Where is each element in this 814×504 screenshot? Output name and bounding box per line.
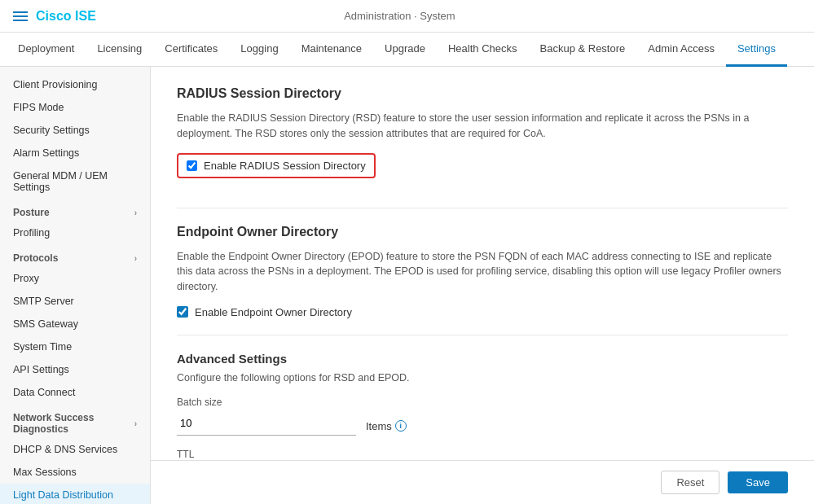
epod-section-desc: Enable the Endpoint Owner Directory (EPO…	[177, 249, 788, 295]
tab-admin-access[interactable]: Admin Access	[636, 33, 726, 67]
sidebar-item-data-connect[interactable]: Data Connect	[0, 381, 150, 404]
enable-radius-checkbox[interactable]	[187, 160, 197, 171]
sidebar: Client Provisioning FIPS Mode Security S…	[0, 67, 151, 504]
sidebar-group-protocols[interactable]: Protocols ›	[0, 244, 150, 267]
nav-tabs: Deployment Licensing Certificates Loggin…	[0, 33, 814, 67]
sidebar-item-max-sessions[interactable]: Max Sessions	[0, 461, 150, 484]
batch-size-group: Batch size Items i	[177, 397, 788, 436]
enable-epod-label: Enable Endpoint Owner Directory	[195, 306, 352, 318]
tab-settings[interactable]: Settings	[726, 33, 787, 67]
sidebar-item-smtp-server[interactable]: SMTP Server	[0, 290, 150, 313]
sidebar-item-mdm-uem[interactable]: General MDM / UEM Settings	[0, 164, 150, 199]
epod-section-title: Endpoint Owner Directory	[177, 225, 788, 239]
items-unit: Items i	[366, 420, 407, 436]
topbar-left: Cisco ISE	[13, 9, 96, 24]
radius-section-desc: Enable the RADIUS Session Directory (RSD…	[177, 111, 788, 142]
brand-cisco: Cisco	[36, 9, 72, 23]
items-info-icon[interactable]: i	[395, 420, 407, 432]
sidebar-group-network-success[interactable]: Network Success Diagnostics ›	[0, 404, 150, 438]
brand-logo: Cisco ISE	[36, 9, 96, 24]
network-success-chevron-icon: ›	[134, 419, 137, 428]
radius-checkbox-container: Enable RADIUS Session Directory	[177, 153, 376, 178]
sidebar-item-system-time[interactable]: System Time	[0, 335, 150, 358]
page-title: Administration · System	[344, 10, 455, 22]
save-button[interactable]: Save	[728, 471, 788, 493]
tab-certificates[interactable]: Certificates	[153, 33, 229, 67]
sidebar-item-security-settings[interactable]: Security Settings	[0, 119, 150, 142]
sidebar-item-alarm-settings[interactable]: Alarm Settings	[0, 142, 150, 164]
tab-deployment[interactable]: Deployment	[7, 33, 86, 67]
advanced-section-desc: Configure the following options for RSD …	[177, 372, 788, 383]
main-layout: Client Provisioning FIPS Mode Security S…	[0, 67, 814, 504]
sidebar-item-client-provisioning[interactable]: Client Provisioning	[0, 73, 150, 96]
tab-logging[interactable]: Logging	[229, 33, 289, 67]
sidebar-item-proxy[interactable]: Proxy	[0, 267, 150, 290]
hamburger-icon[interactable]	[13, 11, 28, 21]
posture-chevron-icon: ›	[134, 208, 137, 217]
sidebar-item-light-data[interactable]: Light Data Distribution	[0, 484, 150, 504]
tab-health-checks[interactable]: Health Checks	[437, 33, 529, 67]
divider-1	[177, 208, 788, 208]
items-label: Items	[366, 420, 392, 432]
sidebar-item-profiling[interactable]: Profiling	[0, 221, 150, 244]
topbar: Cisco ISE Administration · System	[0, 0, 814, 33]
sidebar-item-api-settings[interactable]: API Settings	[0, 358, 150, 381]
enable-epod-checkbox[interactable]	[177, 306, 188, 318]
epod-checkbox-row: Enable Endpoint Owner Directory	[177, 306, 788, 318]
protocols-chevron-icon: ›	[134, 254, 137, 263]
batch-size-row: Items i	[177, 411, 788, 436]
sidebar-group-posture[interactable]: Posture ›	[0, 199, 150, 221]
tab-upgrade[interactable]: Upgrade	[373, 33, 437, 67]
tab-backup-restore[interactable]: Backup & Restore	[529, 33, 637, 67]
tab-licensing[interactable]: Licensing	[86, 33, 153, 67]
radius-section-title: RADIUS Session Directory	[177, 86, 788, 101]
brand-ise: ISE	[72, 9, 96, 23]
sidebar-item-fips-mode[interactable]: FIPS Mode	[0, 96, 150, 119]
footer-bar: Reset Save	[151, 460, 814, 504]
ttl-group: TTL Milliseconds i	[177, 449, 788, 460]
main-content: RADIUS Session Directory Enable the RADI…	[151, 67, 814, 460]
advanced-section-title: Advanced Settings	[177, 352, 788, 366]
tab-maintenance[interactable]: Maintenance	[290, 33, 373, 67]
sidebar-item-sms-gateway[interactable]: SMS Gateway	[0, 313, 150, 335]
reset-button[interactable]: Reset	[661, 471, 719, 494]
sidebar-item-dhcp-dns[interactable]: DHCP & DNS Services	[0, 438, 150, 461]
enable-radius-label: Enable RADIUS Session Directory	[204, 160, 366, 172]
batch-size-label: Batch size	[177, 397, 788, 408]
batch-size-input[interactable]	[177, 411, 356, 436]
ttl-label: TTL	[177, 449, 788, 460]
divider-2	[177, 335, 788, 335]
